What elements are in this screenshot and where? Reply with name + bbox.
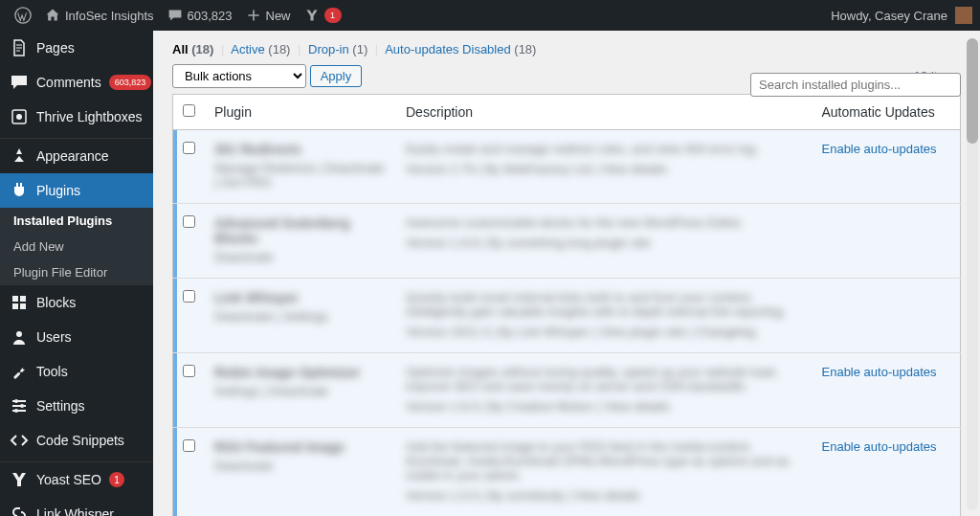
- row-checkbox[interactable]: [183, 290, 195, 303]
- plus-icon: [246, 8, 261, 23]
- new-link[interactable]: New: [239, 0, 298, 31]
- search-input[interactable]: [750, 73, 961, 97]
- admin-bar: InfoSec Insights 603,823 New 1 Howdy, Ca…: [0, 0, 980, 31]
- sidebar-item-users[interactable]: Users: [0, 320, 153, 354]
- yoast-badge: 1: [324, 8, 342, 23]
- enable-auto-updates[interactable]: Enable auto-updates: [822, 365, 937, 379]
- main-content: All (18) | Active (18) | Drop-in (1) | A…: [153, 31, 980, 516]
- apply-button[interactable]: Apply: [310, 65, 363, 87]
- filter-all-count: (18): [191, 42, 213, 56]
- sidebar-item-blocks[interactable]: Blocks: [0, 285, 153, 320]
- sidebar-item-label: Tools: [36, 364, 68, 379]
- filter-active-label: Active: [231, 42, 264, 56]
- svg-point-12: [20, 404, 24, 408]
- plugin-meta: Version 2021.3 | By Link Whisper | View …: [406, 325, 803, 339]
- plugin-name: 301 Redirects: [214, 142, 387, 157]
- sidebar-item-settings[interactable]: Settings: [0, 389, 153, 423]
- plugins-table: Plugin Description Automatic Updates 301…: [172, 94, 961, 516]
- sidebar-item-label: Pages: [36, 40, 75, 56]
- admin-sidebar: PagesComments603,823Thrive LightboxesApp…: [0, 31, 153, 516]
- sidebar-item-link-whisper[interactable]: Link Whisper: [0, 497, 153, 516]
- sidebar-item-label: Yoast SEO: [36, 472, 101, 487]
- filter-dropin[interactable]: Drop-in (1): [308, 42, 368, 56]
- wp-logo[interactable]: [8, 0, 38, 31]
- wordpress-icon: [14, 7, 32, 24]
- row-checkbox[interactable]: [183, 439, 195, 452]
- new-label: New: [266, 9, 291, 23]
- svg-rect-6: [20, 303, 26, 309]
- site-name: InfoSec Insights: [65, 9, 154, 23]
- filter-dropin-label: Drop-in: [308, 42, 349, 56]
- sidebar-item-label: Code Snippets: [36, 433, 124, 448]
- vertical-scrollbar[interactable]: [967, 38, 978, 510]
- row-actions[interactable]: Settings | Deactivate: [214, 384, 387, 398]
- submenu-item-add-new[interactable]: Add New: [0, 234, 153, 259]
- sidebar-item-label: Plugins: [36, 183, 80, 198]
- appearance-icon: [10, 146, 29, 166]
- filter-auto-count: (18): [514, 42, 536, 56]
- home-icon: [45, 8, 60, 23]
- svg-rect-3: [12, 296, 18, 302]
- plugin-description: Add the featured image to your RSS feed …: [406, 439, 803, 482]
- sidebar-item-plugins[interactable]: Plugins: [0, 173, 153, 208]
- filter-active[interactable]: Active (18): [231, 42, 290, 56]
- comment-icon: [167, 8, 183, 23]
- search-box: [750, 73, 961, 97]
- enable-auto-updates[interactable]: Enable auto-updates: [822, 439, 937, 454]
- row-checkbox[interactable]: [183, 142, 195, 154]
- select-all-checkbox[interactable]: [183, 104, 195, 117]
- row-checkbox[interactable]: [183, 215, 195, 228]
- plugin-description: Easily create and manage redirect rules,…: [406, 142, 803, 156]
- sidebar-item-thrive-lightboxes[interactable]: Thrive Lightboxes: [0, 100, 153, 134]
- sidebar-item-pages[interactable]: Pages: [0, 31, 153, 65]
- row-checkbox[interactable]: [183, 365, 195, 377]
- plugin-description: Quickly build smart internal links both …: [406, 290, 803, 319]
- table-row: Advanced Gutenberg BlocksDeactivateAweso…: [173, 204, 961, 279]
- enable-auto-updates[interactable]: Enable auto-updates: [822, 142, 937, 156]
- svg-rect-5: [12, 303, 18, 309]
- plugin-name: Advanced Gutenberg Blocks: [214, 215, 387, 246]
- sidebar-item-label: Appearance: [36, 148, 109, 164]
- plugin-name: Link Whisper: [214, 290, 387, 305]
- admin-bar-right[interactable]: Howdy, Casey Crane: [831, 7, 972, 24]
- filter-dropin-count: (1): [352, 42, 368, 56]
- sidebar-item-label: Blocks: [36, 295, 76, 310]
- filter-all-label: All: [172, 42, 189, 56]
- sidebar-item-comments[interactable]: Comments603,823: [0, 65, 153, 100]
- menu-badge: 603,823: [109, 75, 152, 90]
- submenu-item-installed-plugins[interactable]: Installed Plugins: [0, 208, 153, 234]
- row-actions[interactable]: Deactivate: [214, 459, 387, 473]
- bulk-select[interactable]: Bulk actions: [172, 64, 306, 88]
- site-link[interactable]: InfoSec Insights: [38, 0, 161, 31]
- plugin-description: Awesome customizable blocks for the new …: [406, 215, 803, 230]
- col-updates[interactable]: Automatic Updates: [813, 95, 961, 130]
- sidebar-item-appearance[interactable]: Appearance: [0, 139, 153, 173]
- svg-rect-4: [20, 296, 26, 302]
- plugin-meta: Version 1.0.0 | By somebody | View detai…: [406, 488, 803, 503]
- settings-icon: [10, 396, 29, 415]
- col-plugin[interactable]: Plugin: [205, 95, 396, 130]
- row-actions[interactable]: Deactivate: [214, 250, 387, 264]
- plugin-name: RSS Featured Image: [214, 439, 387, 455]
- row-actions[interactable]: Deactivate | Settings: [214, 309, 387, 324]
- link-icon: [10, 505, 29, 516]
- col-description: Description: [396, 95, 813, 130]
- plugin-meta: Version 1.6.0 | By Creative Motion | Vie…: [406, 399, 803, 414]
- yoast-link[interactable]: 1: [298, 0, 348, 31]
- sidebar-item-code-snippets[interactable]: Code Snippets: [0, 423, 153, 458]
- tools-icon: [10, 362, 29, 381]
- sidebar-item-yoast-seo[interactable]: Yoast SEO1: [0, 462, 153, 497]
- admin-bar-left: InfoSec Insights 603,823 New 1: [8, 0, 348, 31]
- row-actions[interactable]: Manage Redirects | Deactivate | Get PRO: [214, 161, 387, 190]
- svg-point-2: [16, 114, 22, 120]
- svg-point-7: [16, 331, 22, 337]
- yoast-icon: [304, 8, 320, 23]
- sidebar-item-label: Comments: [36, 75, 101, 90]
- submenu-item-plugin-file-editor[interactable]: Plugin File Editor: [0, 259, 153, 285]
- sidebar-item-tools[interactable]: Tools: [0, 354, 153, 389]
- comments-link[interactable]: 603,823: [161, 0, 239, 31]
- filter-all[interactable]: All (18): [172, 42, 213, 56]
- filter-auto[interactable]: Auto-updates Disabled (18): [385, 42, 536, 56]
- plugin-meta: Version 1.9.8 | By something long plugin…: [406, 236, 803, 250]
- scrollbar-thumb[interactable]: [967, 38, 978, 144]
